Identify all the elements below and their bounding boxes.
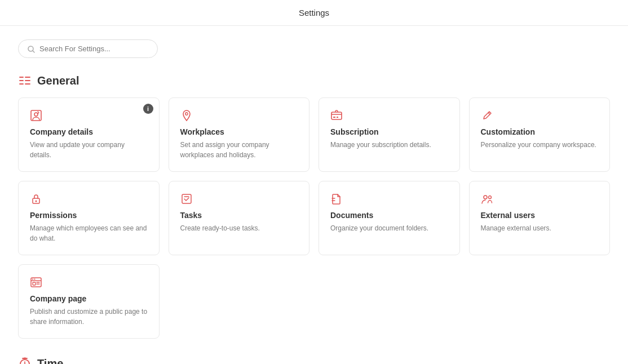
svg-point-22	[32, 279, 33, 280]
card-permissions[interactable]: Permissions Manage which employees can s…	[18, 181, 160, 255]
tasks-title: Tasks	[180, 211, 298, 220]
svg-point-18	[484, 196, 487, 199]
general-cards-row3: Company page Publish and customize a pub…	[18, 264, 610, 339]
main-content: General i Company details View and updat…	[0, 26, 628, 364]
general-cards-row2: Permissions Manage which employees can s…	[18, 181, 610, 255]
documents-icon	[330, 193, 448, 205]
customization-title: Customization	[481, 127, 599, 136]
svg-point-15	[36, 201, 37, 202]
search-box	[18, 39, 158, 58]
search-input[interactable]	[39, 45, 148, 53]
card-external-users[interactable]: External users Manage external users.	[469, 181, 611, 255]
general-section-header: General	[18, 74, 610, 87]
documents-desc: Organize your document folders.	[330, 223, 448, 233]
time-section-title: Time	[37, 357, 63, 364]
svg-rect-24	[33, 282, 36, 285]
company-details-icon	[30, 109, 148, 122]
search-container	[18, 39, 610, 58]
customization-desc: Personalize your company workspace.	[481, 140, 599, 150]
card-workplaces[interactable]: Workplaces Set and assign your company w…	[169, 97, 310, 172]
general-section-icon	[18, 74, 32, 87]
svg-rect-28	[24, 358, 26, 359]
workplaces-title: Workplaces	[180, 127, 298, 136]
workplaces-desc: Set and assign your company workplaces a…	[180, 140, 298, 160]
svg-rect-11	[331, 112, 342, 119]
time-section-icon	[18, 357, 32, 364]
svg-point-10	[185, 113, 187, 115]
svg-point-19	[488, 196, 491, 199]
page-title: Settings	[0, 8, 628, 17]
card-subscription[interactable]: Subscription Manage your subscription de…	[319, 97, 460, 172]
info-badge: i	[143, 104, 153, 114]
company-details-desc: View and update your company details.	[30, 140, 148, 160]
general-cards-row1: i Company details View and update your c…	[18, 97, 610, 172]
subscription-desc: Manage your subscription details.	[330, 140, 448, 150]
svg-line-1	[33, 51, 34, 52]
svg-point-23	[34, 279, 36, 280]
documents-title: Documents	[330, 211, 448, 220]
external-users-desc: Manage external users.	[481, 223, 599, 233]
time-section: Time	[18, 357, 610, 364]
customization-icon	[481, 109, 599, 122]
svg-point-9	[34, 113, 38, 116]
external-users-title: External users	[481, 211, 599, 220]
search-icon	[28, 45, 35, 53]
card-company-details[interactable]: i Company details View and update your c…	[18, 97, 160, 172]
tasks-desc: Create ready-to-use tasks.	[180, 223, 298, 233]
svg-rect-16	[182, 194, 191, 203]
company-page-title: Company page	[30, 294, 148, 303]
card-documents[interactable]: Documents Organize your document folders…	[319, 181, 460, 255]
page-header: Settings	[0, 0, 628, 26]
permissions-title: Permissions	[30, 211, 148, 220]
company-page-icon	[30, 276, 148, 288]
svg-rect-13	[337, 117, 338, 118]
workplaces-icon	[180, 109, 298, 122]
svg-rect-12	[333, 117, 335, 118]
time-section-header: Time	[18, 357, 610, 364]
tasks-icon	[180, 193, 298, 205]
card-tasks[interactable]: Tasks Create ready-to-use tasks.	[169, 181, 310, 255]
external-users-icon	[481, 193, 599, 205]
company-page-desc: Publish and customize a public page to s…	[30, 307, 148, 327]
subscription-title: Subscription	[330, 127, 448, 136]
company-details-title: Company details	[30, 127, 148, 136]
permissions-icon	[30, 193, 148, 205]
card-company-page[interactable]: Company page Publish and customize a pub…	[18, 264, 160, 339]
card-customization[interactable]: Customization Personalize your company w…	[469, 97, 611, 172]
permissions-desc: Manage which employees can see and do wh…	[30, 223, 148, 243]
general-section-title: General	[37, 74, 79, 87]
subscription-icon	[330, 109, 448, 122]
